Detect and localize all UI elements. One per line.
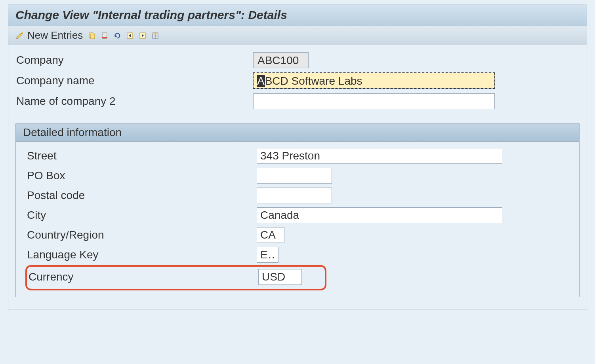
lang-input[interactable]: [257, 247, 278, 263]
name2-input[interactable]: [253, 93, 495, 109]
copy-icon[interactable]: [87, 30, 97, 41]
group-content: Street PO Box Postal code City Country/R: [16, 142, 579, 297]
name2-label: Name of company 2: [15, 95, 253, 108]
country-label: Country/Region: [23, 229, 257, 241]
input-cursor-char: A: [257, 75, 265, 87]
window-titlebar: Change View "Internal trading partners":…: [8, 4, 587, 26]
company-label: Company: [15, 54, 253, 66]
currency-label: Currency: [25, 271, 258, 283]
postal-input[interactable]: [257, 188, 332, 203]
group-title: Detailed information: [16, 124, 579, 142]
details-window: Change View "Internal trading partners":…: [8, 4, 587, 309]
prev-entry-icon[interactable]: [125, 30, 135, 41]
pobox-label: PO Box: [23, 169, 257, 182]
city-input[interactable]: [257, 207, 502, 223]
postal-label: Postal code: [23, 189, 257, 202]
lang-row: Language Key: [23, 247, 572, 263]
currency-row: Currency: [23, 267, 572, 287]
svg-rect-2: [91, 34, 95, 39]
new-entries-button[interactable]: New Entries: [13, 28, 84, 42]
table-settings-icon[interactable]: [150, 30, 160, 41]
street-row: Street: [23, 148, 572, 164]
company-value: ABC100: [253, 52, 309, 68]
company-row: Company ABC100: [15, 52, 580, 68]
street-label: Street: [23, 150, 257, 162]
company-name-input[interactable]: ABCD Software Labs: [253, 73, 495, 89]
pobox-input[interactable]: [257, 168, 332, 184]
street-input[interactable]: [257, 148, 502, 164]
detailed-info-group: Detailed information Street PO Box Posta…: [15, 123, 580, 297]
postal-row: Postal code: [23, 188, 572, 203]
name2-row: Name of company 2: [15, 93, 580, 109]
next-entry-icon[interactable]: [137, 30, 148, 41]
pobox-row: PO Box: [23, 168, 572, 184]
form-content: Company ABC100 Company name ABCD Softwar…: [8, 45, 587, 309]
delete-icon[interactable]: [99, 30, 110, 41]
city-row: City: [23, 207, 572, 223]
country-input[interactable]: [257, 227, 284, 243]
toolbar: New Entries: [8, 26, 587, 45]
currency-input[interactable]: [258, 269, 302, 285]
undo-icon[interactable]: [112, 30, 122, 41]
lang-label: Language Key: [23, 248, 257, 261]
company-name-label: Company name: [15, 74, 253, 87]
new-entries-label: New Entries: [27, 29, 83, 42]
company-name-row: Company name ABCD Software Labs: [15, 73, 580, 89]
country-row: Country/Region: [23, 227, 572, 243]
svg-rect-4: [102, 37, 107, 38]
city-label: City: [23, 209, 257, 222]
pencil-icon: [15, 30, 25, 41]
company-name-rest: BCD Software Labs: [265, 75, 362, 87]
window-title: Change View "Internal trading partners":…: [15, 8, 287, 21]
